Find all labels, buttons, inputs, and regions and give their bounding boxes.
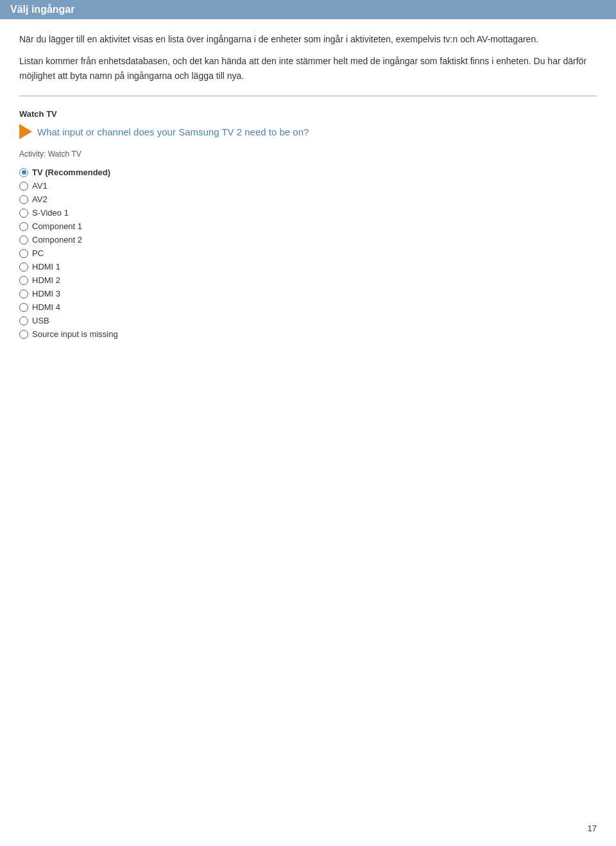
radio-circle [19, 222, 28, 231]
radio-circle [19, 289, 28, 298]
radio-list-item[interactable]: Component 1 [19, 221, 597, 231]
radio-label: S-Video 1 [32, 208, 69, 218]
page-header: Välj ingångar [0, 0, 616, 19]
section-divider [19, 96, 597, 96]
radio-circle [19, 276, 28, 285]
radio-list-item[interactable]: HDMI 2 [19, 275, 597, 285]
radio-list-item[interactable]: HDMI 4 [19, 302, 597, 312]
radio-circle [19, 168, 28, 177]
radio-label: PC [32, 248, 44, 258]
radio-label: Source input is missing [32, 329, 118, 339]
radio-label: USB [32, 316, 49, 325]
radio-list-item[interactable]: HDMI 3 [19, 289, 597, 298]
intro-paragraph-1: När du lägger till en aktivitet visas en… [19, 32, 597, 46]
page-number: 17 [588, 824, 597, 833]
radio-list-item[interactable]: USB [19, 316, 597, 325]
radio-list-item[interactable]: Source input is missing [19, 329, 597, 339]
radio-circle [19, 209, 28, 218]
radio-circle [19, 263, 28, 272]
radio-list-item[interactable]: AV2 [19, 194, 597, 204]
radio-label: HDMI 1 [32, 262, 60, 272]
radio-list-item[interactable]: Component 2 [19, 235, 597, 245]
radio-list-item[interactable]: TV (Recommended) [19, 168, 597, 177]
radio-label: AV1 [32, 181, 47, 191]
radio-circle [19, 182, 28, 191]
intro-text: När du lägger till en aktivitet visas en… [19, 32, 597, 83]
radio-label: HDMI 3 [32, 289, 60, 298]
page-title: Välj ingångar [10, 4, 606, 15]
radio-label: AV2 [32, 194, 47, 204]
intro-paragraph-2: Listan kommer från enhetsdatabasen, och … [19, 54, 597, 83]
activity-question-row: What input or channel does your Samsung … [19, 124, 597, 139]
radio-circle [19, 249, 28, 258]
radio-circle [19, 330, 28, 339]
radio-label: TV (Recommended) [32, 168, 110, 177]
radio-list-item[interactable]: PC [19, 248, 597, 258]
radio-list-item[interactable]: S-Video 1 [19, 208, 597, 218]
radio-list-item[interactable]: HDMI 1 [19, 262, 597, 272]
radio-circle [19, 316, 28, 325]
radio-label: HDMI 4 [32, 302, 60, 312]
activity-label: Activity: Watch TV [19, 150, 597, 159]
activity-question: What input or channel does your Samsung … [37, 126, 309, 137]
radio-circle [19, 236, 28, 245]
radio-label: Component 1 [32, 221, 82, 231]
radio-label: HDMI 2 [32, 275, 60, 285]
radio-list-item[interactable]: AV1 [19, 181, 597, 191]
input-radio-list: TV (Recommended)AV1AV2S-Video 1Component… [19, 168, 597, 339]
arrow-icon [19, 124, 32, 139]
activity-title: Watch TV [19, 109, 597, 119]
radio-circle [19, 195, 28, 204]
radio-circle [19, 303, 28, 312]
activity-box: Watch TV What input or channel does your… [19, 109, 597, 339]
main-content: När du lägger till en aktivitet visas en… [0, 32, 616, 371]
radio-label: Component 2 [32, 235, 82, 245]
